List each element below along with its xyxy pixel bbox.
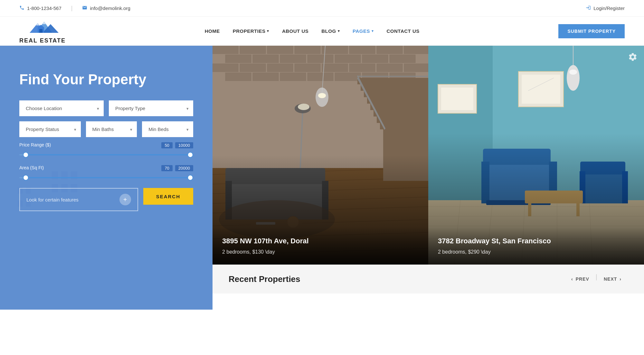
logo-text: REAL ESTATE — [19, 37, 66, 44]
svg-marker-5 — [36, 23, 39, 25]
status-select-wrapper[interactable]: Property Status For Sale For Rent Sold ▾ — [19, 121, 81, 137]
search-row-2: Property Status For Sale For Rent Sold ▾… — [19, 121, 193, 137]
main-content: Find Your Property Choose Location New Y… — [0, 46, 644, 310]
beds-select-wrapper[interactable]: Min Beds 1 2 3 4+ ▾ — [142, 121, 193, 137]
features-placeholder: Look for certain features — [26, 197, 79, 202]
card-2-overlay: 3782 Broadway St, San Francisco 2 bedroo… — [428, 227, 644, 265]
search-row-1: Choose Location New York Los Angeles Chi… — [19, 100, 193, 116]
prev-button[interactable]: ‹ PREV — [565, 273, 596, 285]
area-min-val: 70 — [161, 165, 172, 171]
price-track — [19, 154, 193, 155]
find-title: Find Your Property — [19, 71, 193, 88]
area-thumb-right[interactable] — [187, 175, 193, 181]
chevron-down-icon: ▾ — [267, 29, 269, 33]
recent-properties-bar: Recent Properties ‹ PREV | NEXT › — [213, 265, 644, 294]
features-input[interactable]: Look for certain features + — [19, 188, 138, 211]
svg-rect-4 — [39, 29, 43, 33]
email-item: info@demolink.org — [82, 5, 130, 11]
property-card-2[interactable]: 3782 Broadway St, San Francisco 2 bedroo… — [428, 46, 644, 265]
top-bar-contact: 1-800-1234-567 | info@demolink.org — [19, 5, 130, 12]
area-label: Area (Sq Ft) — [19, 165, 44, 171]
nav-properties[interactable]: PROPERTIES ▾ — [233, 28, 269, 34]
chevron-down-icon-2: ▾ — [338, 29, 340, 33]
email-address: info@demolink.org — [90, 5, 130, 11]
submit-property-button[interactable]: SUBMIT PROPERTY — [558, 24, 625, 38]
nav-blog[interactable]: BLOG ▾ — [321, 28, 340, 34]
nav-home[interactable]: HOME — [205, 28, 220, 34]
logo-icon — [23, 18, 62, 36]
area-range-section: Area (Sq Ft) 70 20000 — [19, 165, 193, 182]
property-card-1[interactable]: 3895 NW 107th Ave, Doral 2 bedrooms, $13… — [213, 46, 428, 265]
nav-links: HOME PROPERTIES ▾ ABOUT US BLOG ▾ PAGES … — [205, 28, 420, 34]
phone-item: 1-800-1234-567 — [19, 5, 62, 11]
search-panel: Find Your Property Choose Location New Y… — [0, 46, 213, 310]
phone-icon — [19, 5, 24, 11]
area-track — [19, 177, 193, 178]
price-max-val: 10000 — [175, 142, 193, 148]
price-label: Price Range ($) — [19, 142, 51, 148]
settings-icon[interactable] — [628, 52, 638, 64]
login-area[interactable]: Login/Register — [586, 5, 625, 11]
navbar: REAL ESTATE HOME PROPERTIES ▾ ABOUT US B… — [0, 17, 644, 46]
nav-contact[interactable]: CONTACT US — [387, 28, 420, 34]
area-max-val: 20000 — [175, 165, 193, 171]
price-min-val: 50 — [161, 142, 172, 148]
price-thumb-left[interactable] — [23, 152, 29, 158]
status-select[interactable]: Property Status For Sale For Rent Sold — [19, 121, 81, 137]
next-arrow-icon: › — [620, 276, 621, 282]
card-1-address: 3895 NW 107th Ave, Doral — [222, 237, 419, 246]
location-select[interactable]: Choose Location New York Los Angeles Chi… — [19, 100, 104, 116]
divider: | — [71, 5, 73, 12]
phone-number: 1-800-1234-567 — [27, 5, 62, 11]
login-text[interactable]: Login/Register — [593, 5, 625, 11]
plus-icon: + — [123, 196, 127, 203]
nav-about[interactable]: ABOUT US — [282, 28, 308, 34]
card-2-address: 3782 Broadway St, San Francisco — [438, 237, 634, 246]
logo[interactable]: REAL ESTATE — [19, 18, 66, 44]
prev-arrow-icon: ‹ — [571, 276, 573, 282]
area-range-header: Area (Sq Ft) 70 20000 — [19, 165, 193, 171]
area-values: 70 20000 — [161, 165, 193, 171]
area-slider[interactable] — [19, 174, 193, 182]
card-1-details: 2 bedrooms, $130 \day — [222, 249, 419, 255]
nav-pages[interactable]: PAGES ▾ — [353, 28, 374, 34]
price-slider[interactable] — [19, 151, 193, 159]
next-button[interactable]: NEXT › — [597, 273, 628, 285]
chevron-down-icon-3: ▾ — [372, 29, 374, 33]
price-fill — [23, 154, 193, 155]
right-panel: 3895 NW 107th Ave, Doral 2 bedrooms, $13… — [213, 46, 644, 310]
area-fill — [23, 177, 193, 178]
card-2-details: 2 bedrooms, $290 \day — [438, 249, 634, 255]
price-values: 50 10000 — [161, 142, 193, 148]
price-range-section: Price Range ($) 50 10000 — [19, 142, 193, 159]
price-range-header: Price Range ($) 50 10000 — [19, 142, 193, 148]
svg-marker-6 — [43, 22, 46, 24]
features-row: Look for certain features + SEARCH — [19, 188, 193, 211]
location-select-wrapper[interactable]: Choose Location New York Los Angeles Chi… — [19, 100, 104, 116]
area-thumb-left[interactable] — [23, 175, 29, 181]
svg-rect-25 — [148, 168, 177, 271]
features-add-button[interactable]: + — [119, 194, 131, 205]
beds-select[interactable]: Min Beds 1 2 3 4+ — [142, 121, 193, 137]
type-select-wrapper[interactable]: Property Type House Apartment Villa Offi… — [109, 100, 193, 116]
type-select[interactable]: Property Type House Apartment Villa Offi… — [109, 100, 193, 116]
login-icon — [586, 5, 591, 11]
search-button[interactable]: SEARCH — [143, 188, 193, 205]
email-icon — [82, 5, 87, 11]
baths-select[interactable]: Min Baths 1 2 3+ — [86, 121, 137, 137]
top-bar: 1-800-1234-567 | info@demolink.org Login… — [0, 0, 644, 17]
recent-title: Recent Properties — [229, 274, 300, 284]
nav-arrows: ‹ PREV | NEXT › — [565, 273, 628, 285]
card-1-overlay: 3895 NW 107th Ave, Doral 2 bedrooms, $13… — [213, 227, 428, 265]
property-cards: 3895 NW 107th Ave, Doral 2 bedrooms, $13… — [213, 46, 644, 265]
price-thumb-right[interactable] — [187, 152, 193, 158]
baths-select-wrapper[interactable]: Min Baths 1 2 3+ ▾ — [86, 121, 137, 137]
